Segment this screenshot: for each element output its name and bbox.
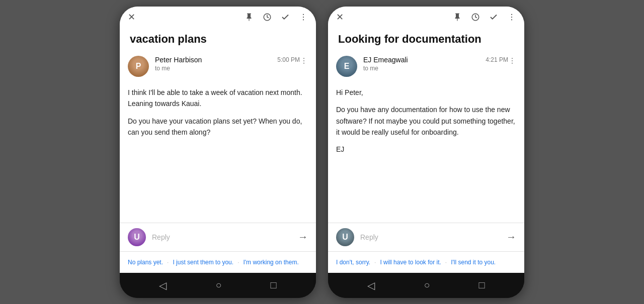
email-time-1: 5:00 PM	[277, 56, 300, 63]
email-body-p3-2: EJ	[336, 144, 516, 155]
reply-avatar-face-1: U	[128, 228, 146, 246]
smart-replies-2: I don't, sorry. · I will have to look fo…	[328, 251, 524, 273]
ej-avatar: E	[336, 56, 357, 77]
reply-avatar-2: U	[336, 228, 354, 246]
email-view-2: ✕ Looking for documentation	[328, 7, 524, 273]
svg-point-1	[303, 14, 304, 15]
sender-row-2: EJ Emeagwali 4:21 PM	[363, 56, 508, 64]
email-body-p1-2: Hi Peter,	[336, 87, 516, 98]
svg-point-8	[511, 14, 512, 15]
subject-title-1: vacation plans	[120, 28, 316, 52]
email-more-icon-2[interactable]	[508, 57, 516, 67]
svg-point-4	[303, 58, 304, 59]
divider-2-1: ·	[445, 257, 447, 268]
sender-name-1: Peter Harbison	[155, 56, 202, 64]
email-more-icon-1[interactable]	[300, 57, 308, 67]
check-icon-2[interactable]	[489, 13, 498, 22]
reply-avatar-1: U	[128, 228, 146, 246]
reply-avatar-face-2: U	[336, 228, 354, 246]
avatar-2: E	[336, 56, 357, 77]
toolbar-icons-1	[245, 13, 308, 22]
close-button-2[interactable]: ✕	[336, 12, 344, 23]
email-card-1: P Peter Harbison 5:00 PM to me I think I…	[120, 52, 316, 223]
top-bar-2: ✕	[328, 7, 524, 28]
svg-point-3	[303, 19, 304, 20]
check-icon-1[interactable]	[281, 13, 290, 22]
back-icon-2[interactable]: ◁	[367, 279, 375, 291]
phone-frame-1: ✕ vacation plans P	[120, 7, 316, 298]
pin-icon-2[interactable]	[453, 13, 462, 22]
divider-1-1: ·	[237, 257, 239, 268]
email-meta-2: EJ Emeagwali 4:21 PM to me	[357, 56, 508, 72]
reply-bar-2: U Reply →	[328, 223, 524, 251]
email-header-2: E EJ Emeagwali 4:21 PM to me	[336, 52, 516, 81]
email-view-1: ✕ vacation plans P	[120, 7, 316, 273]
svg-point-2	[303, 16, 304, 17]
svg-point-12	[512, 60, 513, 61]
email-body-p1-1: I think I'll be able to take a week of v…	[128, 87, 308, 110]
divider-1-0: ·	[167, 257, 169, 268]
email-body-p2-1: Do you have your vacation plans set yet?…	[128, 116, 308, 138]
pin-icon-1[interactable]	[245, 13, 254, 22]
email-body-1: I think I'll be able to take a week of v…	[128, 81, 308, 144]
bottom-nav-2: ◁ ○ □	[328, 273, 524, 298]
email-body-2: Hi Peter, Do you have any documentation …	[336, 81, 516, 161]
email-card-2: E EJ Emeagwali 4:21 PM to me Hi Peter, D…	[328, 52, 524, 223]
email-body-p2-2: Do you have any documentation for how to…	[336, 104, 516, 138]
close-button-1[interactable]: ✕	[128, 12, 135, 23]
subject-title-2: Looking for documentation	[328, 28, 524, 52]
reply-bar-1: U Reply →	[120, 223, 316, 251]
email-to-1: to me	[155, 65, 300, 72]
smart-reply-1-2[interactable]: I'm working on them.	[243, 257, 298, 268]
toolbar-icons-2	[453, 13, 516, 22]
email-meta-1: Peter Harbison 5:00 PM to me	[149, 56, 300, 72]
bottom-nav-1: ◁ ○ □	[120, 273, 316, 298]
sender-row-1: Peter Harbison 5:00 PM	[155, 56, 300, 64]
reply-arrow-2[interactable]: →	[506, 231, 516, 243]
home-icon-1[interactable]: ○	[215, 279, 221, 291]
email-to-2: to me	[363, 65, 508, 72]
reply-input-1[interactable]: Reply	[152, 233, 292, 241]
smart-replies-1: No plans yet. · I just sent them to you.…	[120, 251, 316, 273]
svg-point-9	[511, 16, 512, 17]
svg-point-11	[512, 58, 513, 59]
smart-reply-2-0[interactable]: I don't, sorry.	[336, 257, 370, 268]
svg-point-5	[303, 60, 304, 61]
square-icon-1[interactable]: □	[270, 279, 276, 291]
smart-reply-2-1[interactable]: I will have to look for it.	[380, 257, 441, 268]
reply-arrow-1[interactable]: →	[298, 231, 308, 243]
sender-name-2: EJ Emeagwali	[363, 56, 408, 64]
more-icon-1[interactable]	[299, 13, 308, 22]
clock-icon-1[interactable]	[263, 13, 272, 22]
divider-2-0: ·	[374, 257, 376, 268]
phone-frame-2: ✕ Looking for documentation	[328, 7, 524, 298]
square-icon-2[interactable]: □	[478, 279, 485, 291]
peter-avatar: P	[128, 56, 149, 77]
svg-point-10	[511, 19, 512, 20]
more-icon-2[interactable]	[507, 13, 516, 22]
smart-reply-2-2[interactable]: I'll send it to you.	[451, 257, 496, 268]
avatar-1: P	[128, 56, 149, 77]
reply-input-2[interactable]: Reply	[360, 233, 500, 241]
smart-reply-1-1[interactable]: I just sent them to you.	[173, 257, 233, 268]
svg-point-6	[303, 63, 304, 64]
svg-point-13	[512, 63, 513, 64]
email-header-1: P Peter Harbison 5:00 PM to me	[128, 52, 308, 81]
top-bar-1: ✕	[120, 7, 316, 28]
clock-icon-2[interactable]	[471, 13, 480, 22]
back-icon-1[interactable]: ◁	[159, 279, 167, 291]
home-icon-2[interactable]: ○	[424, 279, 430, 291]
email-time-2: 4:21 PM	[486, 56, 508, 63]
smart-reply-1-0[interactable]: No plans yet.	[128, 257, 163, 268]
